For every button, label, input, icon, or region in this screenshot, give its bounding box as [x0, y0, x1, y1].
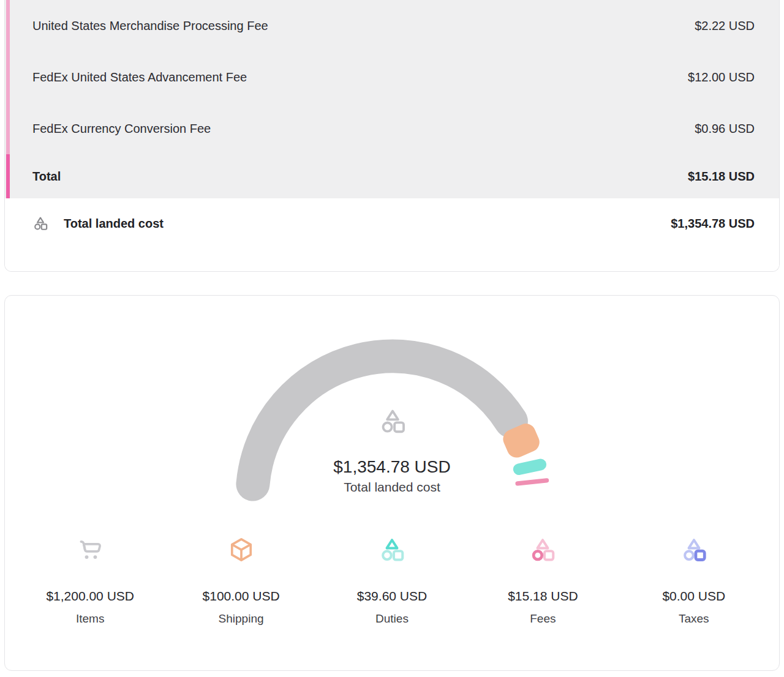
legend-item-fees: $15.18 USD Fees [481, 536, 604, 626]
legend-amount: $15.18 USD [508, 589, 578, 604]
shapes-icon [32, 215, 48, 231]
cart-icon [77, 536, 104, 563]
gauge-center-value: $1,354.78 USD [5, 457, 779, 477]
fees-total-row: Total $15.18 USD [5, 154, 779, 198]
fee-row: United States Merchandise Processing Fee… [5, 0, 779, 51]
legend-amount: $39.60 USD [357, 589, 427, 604]
fee-amount: $2.22 USD [695, 19, 755, 33]
legend-item-duties: $39.60 USD Duties [331, 536, 453, 626]
total-landed-cost-row: Total landed cost $1,354.78 USD [5, 198, 779, 271]
landed-cost-gauge-card: $1,354.78 USD Total landed cost $1,200.0… [4, 295, 780, 671]
legend-label: Duties [375, 612, 409, 626]
legend-item-shipping: $100.00 USD Shipping [180, 536, 303, 626]
legend-amount: $0.00 USD [662, 589, 725, 604]
package-icon [228, 536, 255, 563]
legend-amount: $1,200.00 USD [46, 589, 134, 604]
shapes-circle-icon [529, 536, 556, 563]
accent-bar-total [6, 154, 10, 198]
total-landed-cost-amount: $1,354.78 USD [671, 215, 755, 231]
fee-amount: $12.00 USD [688, 70, 755, 84]
shapes-square-icon [680, 536, 707, 563]
legend-amount: $100.00 USD [203, 589, 280, 604]
fees-total-amount: $15.18 USD [688, 170, 755, 184]
legend-label: Fees [530, 612, 556, 626]
fee-row: FedEx United States Advancement Fee $12.… [5, 51, 779, 103]
legend-label: Shipping [219, 612, 264, 626]
legend-label: Taxes [679, 612, 709, 626]
legend-item-taxes: $0.00 USD Taxes [633, 536, 755, 626]
fee-label: FedEx United States Advancement Fee [32, 70, 247, 84]
shapes-icon [379, 407, 407, 435]
fee-label: United States Merchandise Processing Fee [32, 19, 268, 33]
legend-item-items: $1,200.00 USD Items [29, 536, 151, 626]
fee-row: FedEx Currency Conversion Fee $0.96 USD [5, 103, 779, 154]
fee-label: FedEx Currency Conversion Fee [32, 122, 211, 136]
fees-total-label: Total [32, 170, 61, 184]
fee-breakdown-card: United States Merchandise Processing Fee… [4, 0, 780, 272]
gauge-legend: $1,200.00 USD Items $100.00 USD Shipping… [5, 536, 779, 626]
fee-amount: $0.96 USD [695, 122, 755, 136]
accent-bar-light [6, 0, 10, 154]
gauge-center-label: Total landed cost [5, 480, 779, 495]
legend-label: Items [76, 612, 104, 626]
fees-panel: United States Merchandise Processing Fee… [5, 0, 779, 198]
shapes-triangle-icon [379, 536, 405, 563]
total-landed-cost-label: Total landed cost [64, 215, 164, 231]
